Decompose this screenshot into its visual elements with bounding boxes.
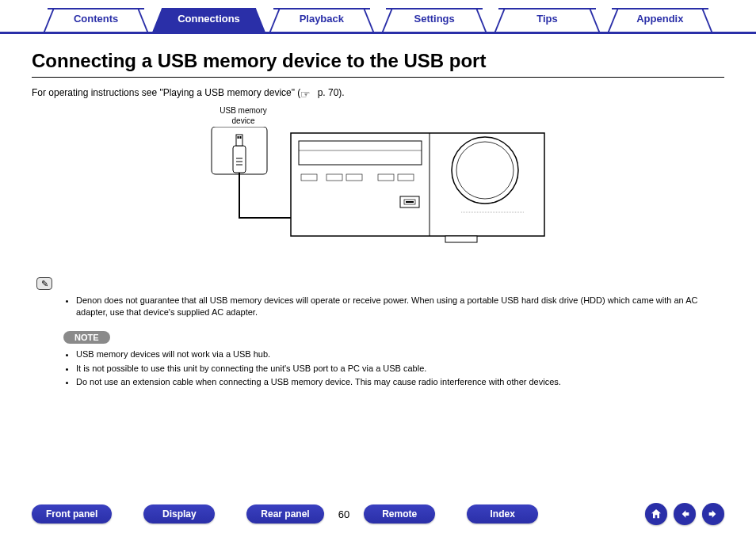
note-item: Do not use an extension cable when conne… xyxy=(76,376,708,388)
tab-contents[interactable]: Contents xyxy=(40,8,152,32)
svg-rect-22 xyxy=(445,236,477,242)
rear-panel-button[interactable]: Rear panel xyxy=(246,504,323,523)
usb-label: USB memory xyxy=(216,106,271,115)
display-button[interactable]: Display xyxy=(143,504,215,523)
tab-settings[interactable]: Settings xyxy=(378,8,491,32)
arrow-left-icon xyxy=(678,508,691,520)
svg-rect-3 xyxy=(240,136,242,139)
lead-paragraph: For operating instructions see "Playing … xyxy=(32,87,724,98)
page-title: Connecting a USB memory device to the US… xyxy=(32,50,724,78)
info-list: Denon does not guarantee that all USB me… xyxy=(76,295,724,318)
diagram-svg xyxy=(208,127,548,261)
svg-rect-21 xyxy=(406,201,414,203)
svg-rect-12 xyxy=(326,174,342,181)
tab-playback[interactable]: Playback xyxy=(265,8,378,32)
note-item: USB memory devices will not work via a U… xyxy=(76,348,708,360)
page-number: 60 xyxy=(338,508,349,520)
svg-rect-2 xyxy=(238,136,239,139)
pointer-icon xyxy=(300,89,315,97)
top-nav-tabs: Contents Connections Playback Settings T… xyxy=(0,0,756,34)
next-page-button[interactable] xyxy=(702,503,724,525)
tab-appendix[interactable]: Appendix xyxy=(604,8,716,32)
prev-page-button[interactable] xyxy=(674,503,696,525)
remote-button[interactable]: Remote xyxy=(364,504,435,523)
svg-rect-9 xyxy=(299,141,422,165)
note-heading: NOTE xyxy=(63,331,110,344)
info-item: Denon does not guarantee that all USB me… xyxy=(76,295,708,318)
tab-tips[interactable]: Tips xyxy=(491,8,603,32)
home-icon xyxy=(650,508,662,520)
home-button[interactable] xyxy=(645,503,667,525)
svg-rect-13 xyxy=(346,174,362,181)
svg-point-17 xyxy=(456,142,514,199)
arrow-right-icon xyxy=(707,508,720,520)
page-ref-link[interactable]: p. 70 xyxy=(315,87,338,98)
svg-rect-14 xyxy=(378,174,394,181)
svg-rect-0 xyxy=(233,146,246,173)
bottom-nav: Front panel Display Rear panel 60 Remote… xyxy=(0,503,756,525)
svg-rect-15 xyxy=(398,174,414,181)
note-list: USB memory devices will not work via a U… xyxy=(76,348,724,389)
pencil-icon xyxy=(36,277,52,290)
index-button[interactable]: Index xyxy=(467,504,538,523)
front-panel-button[interactable]: Front panel xyxy=(32,504,112,523)
note-item: It is not possible to use this unit by c… xyxy=(76,363,708,375)
svg-rect-11 xyxy=(301,174,317,181)
svg-rect-1 xyxy=(236,135,242,146)
tab-connections[interactable]: Connections xyxy=(152,8,265,32)
connection-diagram: USB memory device xyxy=(32,106,724,261)
